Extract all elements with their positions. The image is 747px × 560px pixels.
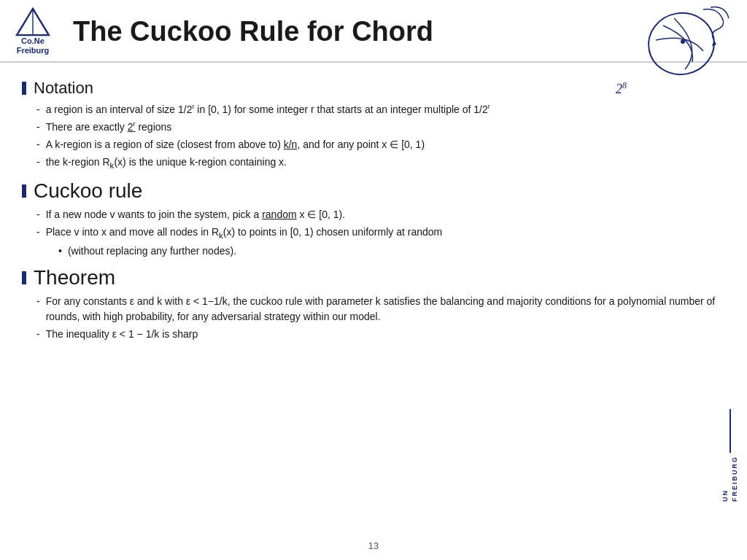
sidebar-un-text: UN	[721, 489, 729, 502]
item-text: A k-region is a region of size (closest …	[46, 137, 425, 152]
item-text: The inequality ε < 1 − 1/k is sharp	[46, 327, 198, 342]
page-number: 13	[368, 540, 379, 551]
svg-point-3	[681, 39, 685, 44]
dash-icon: -	[36, 225, 40, 240]
logo-text: Co.Ne Freiburg	[17, 36, 50, 55]
dash-icon: -	[36, 120, 40, 135]
theorem-bullet	[22, 271, 26, 284]
item-text: If a new node v wants to join the system…	[46, 207, 345, 222]
logo-icon	[15, 7, 51, 36]
list-item: - a region is an interval of size 1/2r i…	[22, 102, 725, 117]
item-text: For any constants ε and k with ε < 1−1/k…	[46, 294, 725, 324]
list-item: - There are exactly 2r regions	[22, 120, 725, 135]
list-item: - Place v into x and move all nodes in R…	[22, 225, 725, 241]
list-item: - A k-region is a region of size (closes…	[22, 137, 725, 152]
list-item: - The inequality ε < 1 − 1/k is sharp	[22, 327, 725, 342]
notation-title: Notation	[34, 79, 93, 98]
cuckoo-bullet	[22, 184, 26, 198]
sub-bullet-icon: •	[58, 244, 62, 259]
sidebar-freiburg-text: FREIBURG	[731, 456, 738, 502]
dash-icon: -	[36, 102, 40, 117]
item-text: There are exactly 2r regions	[46, 120, 172, 135]
notation-bullet	[22, 82, 26, 95]
theorem-section-header: Theorem	[22, 266, 725, 289]
item-text: a region is an interval of size 1/2r in …	[46, 102, 490, 117]
dash-icon: -	[36, 207, 40, 222]
list-item: - the k-region Rk(x) is the unique k-reg…	[22, 155, 725, 171]
theorem-title: Theorem	[34, 266, 115, 289]
dash-icon: -	[36, 155, 40, 170]
page-title: The Cuckoo Rule for Chord	[73, 16, 433, 47]
item-text: (without replacing any further nodes).	[68, 244, 236, 259]
sketch-annotation: 28	[616, 80, 627, 97]
cuckoo-section-header: Cuckoo rule	[22, 179, 725, 203]
sub-list-item: • (without replacing any further nodes).	[22, 244, 725, 259]
chord-sketch-icon	[630, 4, 732, 84]
main-content: Notation - a region is an interval of si…	[0, 63, 747, 351]
cuckoo-title: Cuckoo rule	[34, 179, 142, 203]
item-text: the k-region Rk(x) is the unique k-regio…	[46, 155, 287, 171]
list-item: - For any constants ε and k with ε < 1−1…	[22, 294, 725, 324]
svg-point-2	[643, 8, 719, 79]
sidebar-line	[729, 409, 731, 453]
dash-icon: -	[36, 327, 40, 342]
header: Co.Ne Freiburg The Cuckoo Rule for Chord	[0, 0, 747, 63]
logo-area: Co.Ne Freiburg	[15, 7, 51, 55]
dash-icon: -	[36, 294, 40, 309]
sidebar-logo: UN FREIBURG	[721, 409, 738, 502]
list-item: - If a new node v wants to join the syst…	[22, 207, 725, 222]
item-text: Place v into x and move all nodes in Rk(…	[46, 225, 443, 241]
dash-icon: -	[36, 137, 40, 152]
